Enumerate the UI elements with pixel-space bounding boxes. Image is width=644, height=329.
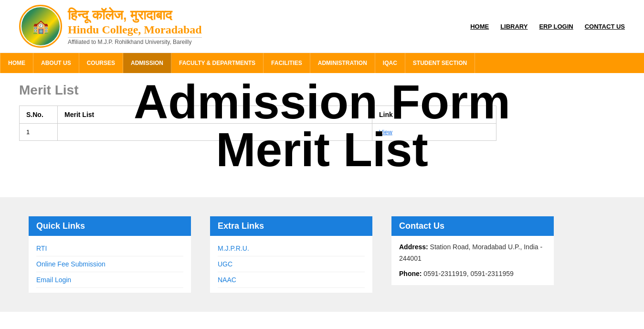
top-nav-home[interactable]: HOME [470,23,489,30]
col-header-link: Link [372,106,496,124]
merit-list-section: Merit List S.No. Merit List Link 1 View [19,83,625,141]
address-line: Address: Station Road, Moradabad U.P., I… [399,242,546,265]
college-logo: 🏫 [19,5,62,48]
english-college-name: Hindu College, Moradabad [68,23,202,36]
cell-sno: 1 [20,124,58,141]
nav-home[interactable]: HOME [0,53,33,73]
address-label: Address: [399,243,428,251]
contact-box: Contact Us Address: Station Road, Morada… [391,216,554,293]
header: 🏫 हिन्दू कॉलेज, मुरादाबाद Hindu College,… [0,0,644,53]
college-name-block: हिन्दू कॉलेज, मुरादाबाद Hindu College, M… [68,7,202,45]
cell-link: View [372,124,496,141]
quick-links-header: Quick Links [29,216,191,236]
cell-merit [58,124,372,141]
extra-links-body: M.J.P.R.U. UGC NAAC [210,236,372,293]
contact-info: Address: Station Road, Moradabad U.P., I… [391,236,554,285]
col-header-sno: S.No. [20,106,58,124]
quick-link-rti[interactable]: RTI [36,241,183,256]
extra-link-mjpru[interactable]: M.J.P.R.U. [218,241,365,256]
hindi-college-name: हिन्दू कॉलेज, मुरादाबाद [68,7,202,23]
quick-link-email[interactable]: Email Login [36,272,183,288]
view-link[interactable]: View [379,128,392,136]
footer-grid: Quick Links RTI Online Fee Submission Em… [29,216,554,293]
top-nav-erp[interactable]: ERP LOGIN [539,23,573,30]
extra-link-ugc[interactable]: UGC [218,256,365,272]
extra-link-naac[interactable]: NAAC [218,272,365,288]
nav-about[interactable]: ABOUT US [33,53,79,73]
nav-iqac[interactable]: IQAC [375,53,405,73]
nav-facilities[interactable]: FACILITIES [264,53,310,73]
nav-administration[interactable]: ADMINISTRATION [310,53,375,73]
phone-line: Phone: 0591-2311919, 0591-2311959 [399,268,546,280]
table-row: 1 View [20,124,496,141]
table-header-row: S.No. Merit List Link [20,106,496,124]
extra-links-box: Extra Links M.J.P.R.U. UGC NAAC [210,216,372,293]
nav-admission[interactable]: ADMISSION [123,53,171,73]
quick-links-box: Quick Links RTI Online Fee Submission Em… [29,216,191,293]
contact-header: Contact Us [391,216,554,236]
merit-list-table: S.No. Merit List Link 1 View [19,106,496,141]
top-nav-contact[interactable]: CONTACT US [585,23,625,30]
logo-icon: 🏫 [21,7,60,45]
top-nav-library[interactable]: LIBRARY [500,23,528,30]
col-header-merit: Merit List [58,106,372,124]
affiliated-text: Affiliated to M.J.P. Rohilkhand Universi… [68,37,202,45]
quick-links-body: RTI Online Fee Submission Email Login [29,236,191,293]
footer: Quick Links RTI Online Fee Submission Em… [0,197,644,312]
quick-link-fee[interactable]: Online Fee Submission [36,256,183,272]
phone-label: Phone: [399,270,422,277]
page-content: Admission Form Merit List Merit List S.N… [0,73,644,197]
merit-list-title: Merit List [19,83,625,98]
nav-courses[interactable]: COURSES [79,53,123,73]
logo-area: 🏫 हिन्दू कॉलेज, मुरादाबाद Hindu College,… [19,5,202,48]
nav-faculty[interactable]: FACULTY & DEPARTMENTS [171,53,264,73]
top-nav: HOME LIBRARY ERP LOGIN CONTACT US [470,23,625,30]
main-nav: HOME ABOUT US COURSES ADMISSION FACULTY … [0,53,644,73]
nav-student[interactable]: STUDENT SECTION [405,53,475,73]
phone-value: 0591-2311919, 0591-2311959 [423,270,513,277]
extra-links-header: Extra Links [210,216,372,236]
